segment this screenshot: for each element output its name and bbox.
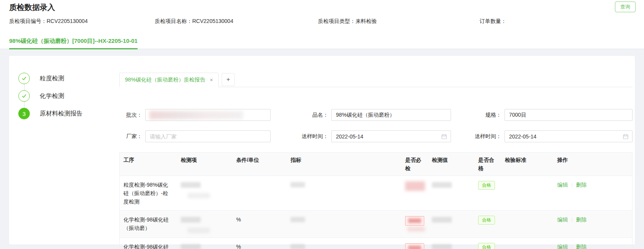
calendar-icon[interactable] bbox=[623, 133, 629, 140]
stepper: 粒度检测 化学检测 3 原材料检测报告 bbox=[18, 73, 114, 119]
qualified-badge: 合格 bbox=[478, 216, 495, 225]
redacted-value bbox=[432, 217, 452, 223]
info-project-code-value: RCV2205130004 bbox=[47, 18, 88, 24]
info-order-qty: 订单数量： bbox=[480, 18, 635, 25]
cell-qualified: 合格 bbox=[474, 176, 501, 210]
report-tabbar: 98%碳化硅（振动磨粉）质检报告 × + bbox=[119, 73, 633, 87]
cell-condition-unit: % bbox=[232, 211, 287, 238]
sample-time-1-control[interactable] bbox=[332, 131, 451, 142]
edit-link[interactable]: 编辑 bbox=[557, 216, 568, 223]
step-granularity-test[interactable]: 粒度检测 bbox=[18, 73, 114, 84]
factory-label: 厂家： bbox=[119, 133, 145, 140]
info-project-name: 质检项目名称：RCV2205130004 bbox=[155, 18, 318, 25]
col-header-qualified: 是否合格 bbox=[474, 153, 501, 176]
step-check-icon bbox=[18, 90, 30, 102]
calendar-icon[interactable] bbox=[441, 133, 447, 140]
step-label: 粒度检测 bbox=[40, 75, 64, 83]
factory-input-control[interactable] bbox=[146, 131, 270, 142]
batch-redacted-value bbox=[149, 111, 243, 119]
report-tab-title: 98%碳化硅（振动磨粉）质检报告 bbox=[125, 76, 205, 83]
close-icon[interactable]: × bbox=[210, 77, 213, 83]
info-project-name-value: RCV2205130004 bbox=[192, 18, 233, 24]
table-row: 粒度检测-98%碳化硅（振动磨粉）-粒度检测 合格 编辑删除 bbox=[120, 176, 632, 211]
redacted-value bbox=[408, 246, 421, 249]
action-divider bbox=[572, 218, 572, 222]
edit-link[interactable]: 编辑 bbox=[557, 244, 568, 249]
step-label: 化学检测 bbox=[40, 92, 64, 100]
project-tab-bar: 98%碳化硅（振动磨粉）[7000目]--HX-2205-10-01 bbox=[9, 37, 138, 49]
redacted-value bbox=[408, 218, 421, 223]
redacted-value bbox=[290, 182, 305, 187]
content-area: 98%碳化硅（振动磨粉）质检报告 × + 批次： 品名： bbox=[119, 73, 633, 249]
product-input[interactable] bbox=[331, 109, 451, 121]
page-title: 质检数据录入 bbox=[9, 2, 55, 13]
sample-time-2-field-group: 送样时间： bbox=[463, 130, 633, 142]
project-info-row: 质检项目编号：RCV2205130004 质检项目名称：RCV220513000… bbox=[9, 18, 635, 25]
project-tab-active[interactable]: 98%碳化硅（振动磨粉）[7000目]--HX-2205-10-01 bbox=[9, 37, 138, 49]
qc-results-table: 工序 检测项 条件/单位 指标 是否必检 检测值 是否合格 检验标准 操作 粒度… bbox=[119, 152, 633, 249]
sample-time-2-input[interactable] bbox=[504, 130, 633, 142]
cell-condition-unit: % bbox=[232, 238, 287, 249]
delete-link[interactable]: 删除 bbox=[576, 182, 587, 188]
cell-condition-unit bbox=[232, 176, 287, 210]
sample-time-2-control[interactable] bbox=[505, 131, 632, 142]
spec-input-control[interactable] bbox=[505, 109, 632, 120]
product-field-group: 品名： bbox=[293, 109, 451, 121]
qualified-badge: 合格 bbox=[478, 181, 495, 190]
col-header-process: 工序 bbox=[120, 153, 177, 176]
factory-input[interactable] bbox=[145, 130, 271, 142]
cell-process: 化学检测-98碳化硅（振动磨） bbox=[120, 238, 177, 249]
sample-time-2-label: 送样时间： bbox=[463, 133, 504, 140]
step-chemistry-test[interactable]: 化学检测 bbox=[18, 90, 114, 102]
redacted-value bbox=[181, 217, 201, 223]
add-tab-button[interactable]: + bbox=[222, 73, 235, 86]
info-project-type: 质检项目类型：来料检验 bbox=[318, 18, 480, 25]
query-button[interactable]: 查询 bbox=[615, 2, 636, 12]
sample-time-1-field-group: 送样时间： bbox=[293, 130, 451, 142]
top-header: 质检数据录入 查询 质检项目编号：RCV2205130004 质检项目名称：RC… bbox=[0, 0, 644, 49]
info-project-code: 质检项目编号：RCV2205130004 bbox=[9, 18, 155, 25]
redacted-value bbox=[290, 244, 305, 249]
delete-link[interactable]: 删除 bbox=[576, 216, 587, 223]
cell-actions: 编辑删除 bbox=[553, 211, 633, 238]
info-project-code-label: 质检项目编号： bbox=[9, 18, 47, 24]
plus-icon: + bbox=[227, 76, 230, 83]
table-header-row: 工序 检测项 条件/单位 指标 是否必检 检测值 是否合格 检验标准 操作 bbox=[120, 153, 632, 176]
product-input-control[interactable] bbox=[332, 109, 451, 120]
factory-field-group: 厂家： bbox=[119, 130, 271, 142]
batch-input[interactable] bbox=[145, 109, 271, 121]
redacted-value bbox=[407, 227, 425, 231]
edit-link[interactable]: 编辑 bbox=[557, 182, 568, 188]
table-row: 化学检测-98碳化硅（振动磨） % 合格 编辑删除 bbox=[120, 211, 632, 238]
spec-field-group: 规格： bbox=[463, 109, 633, 121]
info-project-type-label: 质检项目类型： bbox=[318, 18, 355, 24]
step-number-badge: 3 bbox=[18, 108, 30, 119]
sample-time-1-input[interactable] bbox=[331, 130, 451, 142]
spec-label: 规格： bbox=[463, 112, 504, 119]
step-raw-material-report[interactable]: 3 原材料检测报告 bbox=[18, 108, 114, 119]
cell-actions: 编辑删除 bbox=[553, 176, 633, 210]
main-panel: 粒度检测 化学检测 3 原材料检测报告 98%碳化硅（振动磨粉）质检报告 × bbox=[9, 56, 635, 244]
redacted-value bbox=[188, 228, 210, 233]
redacted-value bbox=[432, 182, 452, 188]
spec-input[interactable] bbox=[504, 109, 633, 121]
col-header-required: 是否必检 bbox=[401, 153, 428, 176]
col-header-standard: 检验标准 bbox=[501, 153, 553, 176]
col-header-test-item: 检测项 bbox=[177, 153, 232, 176]
step-connector bbox=[24, 102, 114, 108]
delete-link[interactable]: 删除 bbox=[576, 244, 587, 249]
col-header-indicator: 指标 bbox=[287, 153, 401, 176]
info-project-type-value: 来料检验 bbox=[355, 18, 377, 24]
action-divider bbox=[572, 183, 572, 187]
cell-indicator bbox=[287, 238, 401, 249]
batch-field-group: 批次： bbox=[119, 109, 271, 121]
cell-qualified: 合格 bbox=[474, 238, 501, 249]
step-label: 原材料检测报告 bbox=[40, 110, 83, 118]
cell-test-value bbox=[428, 176, 474, 210]
cell-indicator bbox=[287, 176, 401, 210]
cell-indicator bbox=[287, 211, 401, 238]
report-tab-active[interactable]: 98%碳化硅（振动磨粉）质检报告 × bbox=[119, 73, 219, 87]
cell-process: 化学检测-98碳化硅（振动磨） bbox=[120, 211, 177, 238]
redacted-value bbox=[432, 244, 452, 249]
cell-test-item bbox=[177, 176, 232, 210]
